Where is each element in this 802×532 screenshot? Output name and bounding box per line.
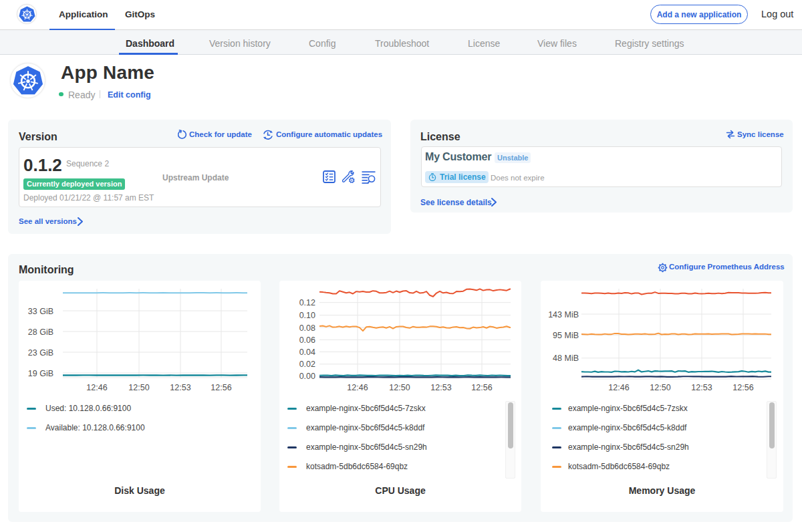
svg-text:12:56: 12:56: [211, 383, 231, 392]
svg-text:0.04: 0.04: [299, 348, 315, 357]
svg-text:12:56: 12:56: [471, 383, 492, 392]
svg-text:0.10: 0.10: [299, 311, 315, 320]
svg-text:12:53: 12:53: [170, 383, 190, 392]
svg-text:0.06: 0.06: [299, 336, 315, 345]
svg-text:12:46: 12:46: [608, 383, 629, 392]
svg-text:143 MiB: 143 MiB: [548, 310, 579, 319]
svg-text:48 MiB: 48 MiB: [553, 354, 579, 363]
svg-text:12:50: 12:50: [128, 383, 149, 392]
svg-text:12:56: 12:56: [732, 383, 753, 392]
svg-text:12:46: 12:46: [347, 383, 368, 392]
svg-text:0.08: 0.08: [299, 323, 315, 333]
svg-text:12:53: 12:53: [430, 383, 451, 392]
svg-text:33 GiB: 33 GiB: [28, 307, 53, 316]
svg-text:12:50: 12:50: [650, 383, 670, 392]
svg-text:95 MiB: 95 MiB: [553, 331, 579, 340]
svg-text:0.00: 0.00: [299, 372, 315, 381]
svg-text:12:50: 12:50: [389, 383, 410, 392]
svg-text:28 GiB: 28 GiB: [28, 327, 53, 337]
svg-text:23 GiB: 23 GiB: [28, 348, 53, 358]
svg-text:0.02: 0.02: [299, 360, 315, 369]
svg-text:0.12: 0.12: [299, 298, 315, 307]
svg-text:19 GiB: 19 GiB: [28, 369, 53, 378]
svg-text:12:53: 12:53: [691, 383, 712, 392]
svg-text:12:46: 12:46: [86, 383, 107, 392]
